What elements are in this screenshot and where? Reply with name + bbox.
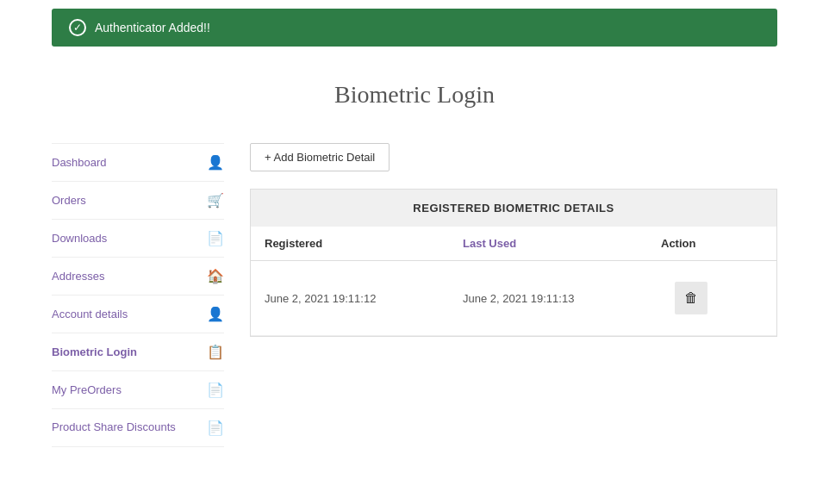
sidebar-item-my-preorders[interactable]: My PreOrders 📄 (52, 371, 224, 409)
content-area: + Add Biometric Detail REGISTERED BIOMET… (250, 143, 777, 488)
col-header-last-used: Last Used (449, 227, 647, 260)
action-cell: 🗑 (647, 261, 776, 335)
delete-button[interactable]: 🗑 (675, 282, 707, 314)
add-biometric-detail-button[interactable]: + Add Biometric Detail (250, 143, 390, 171)
sidebar-item-downloads[interactable]: Downloads 📄 (52, 220, 224, 258)
dashboard-icon: 👤 (207, 154, 224, 171)
preorders-icon: 📄 (207, 382, 224, 398)
sidebar-item-product-share-discounts[interactable]: Product Share Discounts 📄 (52, 409, 224, 447)
sidebar-item-biometric-login[interactable]: Biometric Login 📋 (52, 333, 224, 371)
biometric-icon: 📋 (207, 344, 224, 360)
sidebar-item-account-details[interactable]: Account details 👤 (52, 296, 224, 333)
sidebar-item-orders[interactable]: Orders 🛒 (52, 182, 224, 220)
last-used-date: June 2, 2021 19:11:13 (449, 278, 647, 319)
sidebar: Dashboard 👤 Orders 🛒 Downloads 📄 Address… (52, 143, 224, 488)
biometric-table-wrapper: REGISTERED BIOMETRIC DETAILS Registered … (250, 189, 777, 337)
orders-icon: 🛒 (207, 192, 224, 208)
sidebar-item-dashboard[interactable]: Dashboard 👤 (52, 143, 224, 182)
downloads-icon: 📄 (207, 230, 224, 246)
table-row: June 2, 2021 19:11:12 June 2, 2021 19:11… (251, 261, 776, 336)
check-icon: ✓ (69, 19, 86, 36)
page-title: Biometric Login (0, 55, 829, 143)
notification-bar: ✓ Authenticator Added!! (52, 9, 777, 47)
sidebar-item-addresses[interactable]: Addresses 🏠 (52, 258, 224, 296)
table-section-header: REGISTERED BIOMETRIC DETAILS (251, 190, 776, 227)
registered-date: June 2, 2021 19:11:12 (251, 278, 449, 319)
discounts-icon: 📄 (207, 420, 224, 436)
addresses-icon: 🏠 (207, 268, 224, 284)
col-header-registered: Registered (251, 227, 449, 260)
col-header-action: Action (647, 227, 776, 260)
account-icon: 👤 (207, 306, 224, 322)
notification-text: Authenticator Added!! (95, 21, 210, 34)
table-column-headers: Registered Last Used Action (251, 227, 776, 261)
main-layout: Dashboard 👤 Orders 🛒 Downloads 📄 Address… (0, 143, 829, 488)
